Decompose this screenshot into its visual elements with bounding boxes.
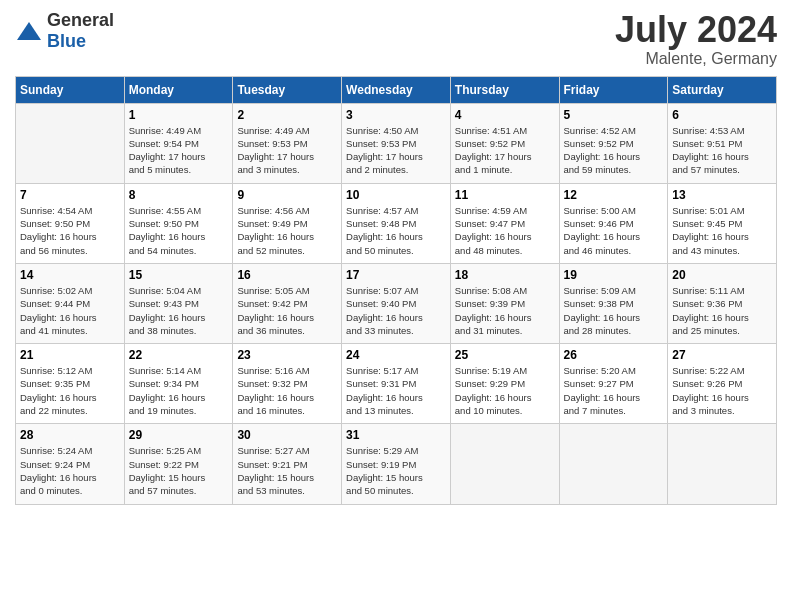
logo: General Blue — [15, 10, 114, 52]
day-info: Sunrise: 4:50 AMSunset: 9:53 PMDaylight:… — [346, 124, 446, 177]
day-info: Sunrise: 5:27 AMSunset: 9:21 PMDaylight:… — [237, 444, 337, 497]
calendar-week-row: 21Sunrise: 5:12 AMSunset: 9:35 PMDayligh… — [16, 344, 777, 424]
day-info: Sunrise: 5:17 AMSunset: 9:31 PMDaylight:… — [346, 364, 446, 417]
day-number: 11 — [455, 188, 555, 202]
calendar-cell: 20Sunrise: 5:11 AMSunset: 9:36 PMDayligh… — [668, 263, 777, 343]
calendar-cell: 24Sunrise: 5:17 AMSunset: 9:31 PMDayligh… — [342, 344, 451, 424]
day-info: Sunrise: 5:09 AMSunset: 9:38 PMDaylight:… — [564, 284, 664, 337]
day-info: Sunrise: 5:19 AMSunset: 9:29 PMDaylight:… — [455, 364, 555, 417]
day-info: Sunrise: 5:16 AMSunset: 9:32 PMDaylight:… — [237, 364, 337, 417]
calendar-cell: 10Sunrise: 4:57 AMSunset: 9:48 PMDayligh… — [342, 183, 451, 263]
day-info: Sunrise: 5:22 AMSunset: 9:26 PMDaylight:… — [672, 364, 772, 417]
page-header: General Blue July 2024 Malente, Germany — [15, 10, 777, 68]
calendar-cell — [559, 424, 668, 504]
day-number: 16 — [237, 268, 337, 282]
calendar-cell: 16Sunrise: 5:05 AMSunset: 9:42 PMDayligh… — [233, 263, 342, 343]
calendar-cell: 30Sunrise: 5:27 AMSunset: 9:21 PMDayligh… — [233, 424, 342, 504]
day-number: 24 — [346, 348, 446, 362]
day-info: Sunrise: 4:51 AMSunset: 9:52 PMDaylight:… — [455, 124, 555, 177]
svg-marker-0 — [17, 22, 41, 40]
day-info: Sunrise: 5:24 AMSunset: 9:24 PMDaylight:… — [20, 444, 120, 497]
day-number: 1 — [129, 108, 229, 122]
logo-text: General Blue — [47, 10, 114, 52]
calendar-week-row: 7Sunrise: 4:54 AMSunset: 9:50 PMDaylight… — [16, 183, 777, 263]
calendar-cell: 28Sunrise: 5:24 AMSunset: 9:24 PMDayligh… — [16, 424, 125, 504]
calendar-cell: 11Sunrise: 4:59 AMSunset: 9:47 PMDayligh… — [450, 183, 559, 263]
header-sunday: Sunday — [16, 76, 125, 103]
logo-general: General — [47, 10, 114, 30]
day-info: Sunrise: 4:54 AMSunset: 9:50 PMDaylight:… — [20, 204, 120, 257]
day-number: 20 — [672, 268, 772, 282]
calendar-cell: 7Sunrise: 4:54 AMSunset: 9:50 PMDaylight… — [16, 183, 125, 263]
calendar-cell: 4Sunrise: 4:51 AMSunset: 9:52 PMDaylight… — [450, 103, 559, 183]
day-number: 27 — [672, 348, 772, 362]
calendar-cell: 14Sunrise: 5:02 AMSunset: 9:44 PMDayligh… — [16, 263, 125, 343]
calendar-cell: 22Sunrise: 5:14 AMSunset: 9:34 PMDayligh… — [124, 344, 233, 424]
day-info: Sunrise: 5:07 AMSunset: 9:40 PMDaylight:… — [346, 284, 446, 337]
calendar-cell: 17Sunrise: 5:07 AMSunset: 9:40 PMDayligh… — [342, 263, 451, 343]
calendar-cell: 5Sunrise: 4:52 AMSunset: 9:52 PMDaylight… — [559, 103, 668, 183]
day-number: 26 — [564, 348, 664, 362]
calendar-cell: 29Sunrise: 5:25 AMSunset: 9:22 PMDayligh… — [124, 424, 233, 504]
month-year-title: July 2024 — [615, 10, 777, 50]
day-number: 15 — [129, 268, 229, 282]
calendar-cell: 12Sunrise: 5:00 AMSunset: 9:46 PMDayligh… — [559, 183, 668, 263]
calendar-cell — [16, 103, 125, 183]
calendar-cell: 8Sunrise: 4:55 AMSunset: 9:50 PMDaylight… — [124, 183, 233, 263]
day-info: Sunrise: 5:05 AMSunset: 9:42 PMDaylight:… — [237, 284, 337, 337]
day-number: 25 — [455, 348, 555, 362]
day-info: Sunrise: 4:59 AMSunset: 9:47 PMDaylight:… — [455, 204, 555, 257]
day-number: 22 — [129, 348, 229, 362]
day-number: 12 — [564, 188, 664, 202]
day-info: Sunrise: 4:53 AMSunset: 9:51 PMDaylight:… — [672, 124, 772, 177]
calendar-cell: 1Sunrise: 4:49 AMSunset: 9:54 PMDaylight… — [124, 103, 233, 183]
calendar-cell: 27Sunrise: 5:22 AMSunset: 9:26 PMDayligh… — [668, 344, 777, 424]
calendar-week-row: 1Sunrise: 4:49 AMSunset: 9:54 PMDaylight… — [16, 103, 777, 183]
day-number: 31 — [346, 428, 446, 442]
title-block: July 2024 Malente, Germany — [615, 10, 777, 68]
calendar-week-row: 28Sunrise: 5:24 AMSunset: 9:24 PMDayligh… — [16, 424, 777, 504]
day-number: 6 — [672, 108, 772, 122]
header-saturday: Saturday — [668, 76, 777, 103]
day-number: 29 — [129, 428, 229, 442]
day-number: 21 — [20, 348, 120, 362]
day-number: 4 — [455, 108, 555, 122]
calendar-cell: 13Sunrise: 5:01 AMSunset: 9:45 PMDayligh… — [668, 183, 777, 263]
calendar-cell — [668, 424, 777, 504]
calendar-cell: 23Sunrise: 5:16 AMSunset: 9:32 PMDayligh… — [233, 344, 342, 424]
day-number: 9 — [237, 188, 337, 202]
day-info: Sunrise: 4:56 AMSunset: 9:49 PMDaylight:… — [237, 204, 337, 257]
calendar-week-row: 14Sunrise: 5:02 AMSunset: 9:44 PMDayligh… — [16, 263, 777, 343]
calendar-cell: 18Sunrise: 5:08 AMSunset: 9:39 PMDayligh… — [450, 263, 559, 343]
location-subtitle: Malente, Germany — [615, 50, 777, 68]
day-info: Sunrise: 5:04 AMSunset: 9:43 PMDaylight:… — [129, 284, 229, 337]
day-number: 18 — [455, 268, 555, 282]
calendar-cell — [450, 424, 559, 504]
header-monday: Monday — [124, 76, 233, 103]
calendar-cell: 26Sunrise: 5:20 AMSunset: 9:27 PMDayligh… — [559, 344, 668, 424]
day-number: 14 — [20, 268, 120, 282]
day-info: Sunrise: 5:25 AMSunset: 9:22 PMDaylight:… — [129, 444, 229, 497]
calendar-table: SundayMondayTuesdayWednesdayThursdayFrid… — [15, 76, 777, 505]
calendar-cell: 3Sunrise: 4:50 AMSunset: 9:53 PMDaylight… — [342, 103, 451, 183]
day-info: Sunrise: 5:12 AMSunset: 9:35 PMDaylight:… — [20, 364, 120, 417]
day-number: 5 — [564, 108, 664, 122]
calendar-cell: 19Sunrise: 5:09 AMSunset: 9:38 PMDayligh… — [559, 263, 668, 343]
day-info: Sunrise: 5:01 AMSunset: 9:45 PMDaylight:… — [672, 204, 772, 257]
day-info: Sunrise: 4:52 AMSunset: 9:52 PMDaylight:… — [564, 124, 664, 177]
day-info: Sunrise: 5:02 AMSunset: 9:44 PMDaylight:… — [20, 284, 120, 337]
day-info: Sunrise: 4:57 AMSunset: 9:48 PMDaylight:… — [346, 204, 446, 257]
day-number: 19 — [564, 268, 664, 282]
day-info: Sunrise: 5:20 AMSunset: 9:27 PMDaylight:… — [564, 364, 664, 417]
logo-blue: Blue — [47, 31, 86, 51]
day-number: 10 — [346, 188, 446, 202]
header-thursday: Thursday — [450, 76, 559, 103]
day-number: 2 — [237, 108, 337, 122]
day-info: Sunrise: 4:49 AMSunset: 9:53 PMDaylight:… — [237, 124, 337, 177]
header-wednesday: Wednesday — [342, 76, 451, 103]
day-info: Sunrise: 5:08 AMSunset: 9:39 PMDaylight:… — [455, 284, 555, 337]
day-number: 30 — [237, 428, 337, 442]
day-info: Sunrise: 5:29 AMSunset: 9:19 PMDaylight:… — [346, 444, 446, 497]
day-info: Sunrise: 5:11 AMSunset: 9:36 PMDaylight:… — [672, 284, 772, 337]
calendar-cell: 2Sunrise: 4:49 AMSunset: 9:53 PMDaylight… — [233, 103, 342, 183]
